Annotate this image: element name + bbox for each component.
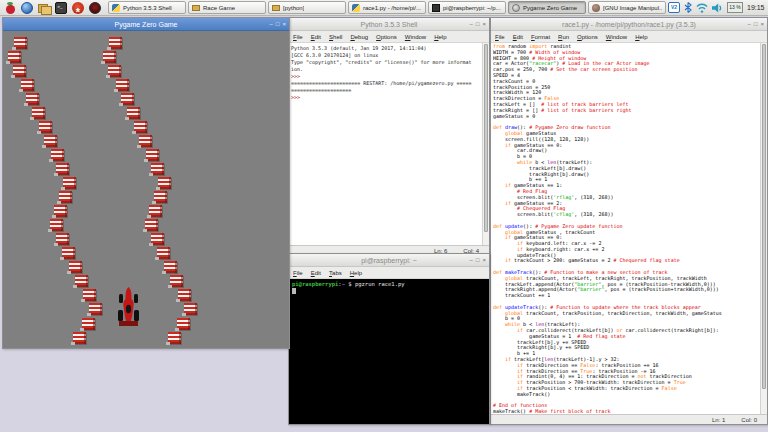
track-barrier-right: [157, 247, 170, 259]
menu-options[interactable]: Options: [376, 34, 397, 40]
clock[interactable]: 19:15: [747, 4, 765, 11]
track-barrier-right: [184, 303, 197, 315]
track-barrier-right: [170, 275, 183, 287]
track-barrier-right: [149, 205, 162, 217]
bluetooth-icon[interactable]: [684, 2, 692, 13]
scrollbar-thumb[interactable]: [762, 44, 766, 389]
taskbar-button-race-game[interactable]: Race Game: [188, 1, 266, 14]
track-barrier-left: [83, 289, 96, 301]
menu-help[interactable]: Help: [434, 34, 446, 40]
shell-window-titlebar[interactable]: Python 3.5.3 Shell – □ ×: [289, 18, 489, 31]
menu-format[interactable]: Format: [531, 34, 550, 40]
taskbar-button-gnu-image-manipul[interactable]: [GNU Image Manipul...: [588, 1, 666, 14]
shell-line: Type "copyright", "credits" or "license(…: [291, 59, 480, 66]
menu-help[interactable]: Help: [350, 270, 362, 276]
menu-window[interactable]: Window: [405, 34, 426, 40]
menu-file[interactable]: File: [293, 34, 303, 40]
terminal-window: pi@raspberrypi: ~ – □ × FileEditTabsHelp…: [288, 253, 490, 425]
cpu-monitor[interactable]: 13 %: [727, 2, 743, 13]
wifi-icon[interactable]: [696, 3, 708, 13]
track-barrier-right: [108, 65, 121, 77]
volume-icon[interactable]: [712, 3, 723, 13]
close-button[interactable]: ×: [482, 21, 486, 27]
terminal-launcher[interactable]: [54, 1, 68, 15]
taskbar: Python 3.5.3 ShellRace Game[python]race1…: [0, 0, 768, 16]
editor-scrollbar[interactable]: [760, 43, 767, 414]
maximize-button[interactable]: □: [276, 21, 280, 27]
taskbar-button-pygame-zero-game[interactable]: Pygame Zero Game: [508, 1, 586, 14]
taskbar-button-label: [python]: [283, 5, 304, 11]
game-window-title: Pygame Zero Game: [114, 21, 177, 28]
maximize-button[interactable]: □: [754, 21, 758, 27]
maximize-button[interactable]: □: [476, 21, 480, 27]
code-line: global trackCount, trackPosition, trackD…: [493, 311, 758, 317]
menu-file[interactable]: File: [495, 34, 505, 40]
menu-edit[interactable]: Edit: [311, 34, 321, 40]
menu-options[interactable]: Options: [577, 34, 598, 40]
scrollbar-thumb[interactable]: [484, 44, 488, 232]
terminal-console[interactable]: pi@raspberrypi:~ $ pgzrun race1.py: [289, 279, 489, 424]
menu-edit[interactable]: Edit: [311, 270, 321, 276]
wolfram-launcher[interactable]: [71, 1, 85, 15]
minimize-button[interactable]: –: [748, 21, 751, 27]
folder-icon: [272, 5, 280, 12]
close-button[interactable]: ×: [482, 257, 486, 263]
line-indicator: Ln: 1: [712, 417, 725, 423]
taskbar-button-python-3-5-3-shell[interactable]: Python 3.5.3 Shell: [108, 1, 186, 14]
taskbar-button-label: pi@raspberrypi: ~/p...: [443, 5, 501, 11]
close-button[interactable]: ×: [282, 21, 286, 27]
taskbar-button-race1-py-home-pi[interactable]: race1.py - /home/pi/...: [348, 1, 426, 14]
taskbar-button-label: Python 3.5.3 Shell: [123, 5, 172, 11]
file-manager-icon: [38, 2, 50, 14]
menu-file[interactable]: File: [293, 270, 303, 276]
track-barrier-right: [164, 261, 177, 273]
python-icon: [112, 4, 120, 12]
app-red-launcher[interactable]: [88, 1, 102, 15]
minimize-button[interactable]: –: [470, 21, 473, 27]
editor-window-titlebar[interactable]: race1.py - /home/pi/python/race1.py (3.5…: [491, 18, 767, 31]
menu-tabs[interactable]: Tabs: [329, 270, 342, 276]
minimize-button[interactable]: –: [470, 257, 473, 263]
terminal-command: pgzrun race1.py: [355, 281, 405, 287]
track-barrier-left: [14, 37, 27, 49]
track-barrier-right: [145, 219, 158, 231]
python-icon: [352, 4, 360, 12]
taskbar-button-pi-raspberrypi-p[interactable]: pi@raspberrypi: ~/p...: [428, 1, 506, 14]
track-barrier-right: [116, 79, 129, 91]
desktop: Python 3.5.3 ShellRace Game[python]race1…: [0, 0, 768, 432]
shell-console[interactable]: Python 3.5.3 (default, Jan 19 2017, 14:1…: [289, 43, 489, 245]
track-barrier-left: [13, 65, 26, 77]
web-browser-launcher[interactable]: [20, 1, 34, 15]
shell-line: ====================: [291, 87, 480, 94]
terminal-window-titlebar[interactable]: pi@raspberrypi: ~ – □ ×: [289, 254, 489, 267]
race-car: [117, 287, 140, 328]
editor-window-title: race1.py - /home/pi/python/race1.py (3.5…: [562, 21, 696, 28]
minimize-button[interactable]: –: [270, 21, 273, 27]
file-manager-launcher[interactable]: [37, 1, 51, 15]
menu-debug[interactable]: Debug: [350, 34, 368, 40]
menu-window[interactable]: Window: [606, 34, 627, 40]
menu-edit[interactable]: Edit: [513, 34, 523, 40]
column-indicator: Col: 0: [741, 417, 757, 423]
game-window-titlebar[interactable]: Pygame Zero Game – □ ×: [3, 18, 289, 31]
track-barrier-left: [63, 177, 76, 189]
prompt-symbol: $: [345, 281, 355, 287]
menu-help[interactable]: Help: [635, 34, 647, 40]
track-barrier-left: [89, 303, 102, 315]
maximize-button[interactable]: □: [476, 257, 480, 263]
shell-scrollbar[interactable]: [482, 43, 489, 245]
raspberry-menu-launcher[interactable]: [3, 1, 17, 15]
code-editor[interactable]: from random import randintWIDTH = 700 # …: [491, 43, 767, 414]
track-barrier-left: [62, 247, 75, 259]
menu-shell[interactable]: Shell: [329, 34, 342, 40]
app-red-icon: [89, 2, 101, 14]
menu-run[interactable]: Run: [558, 34, 569, 40]
track-barrier-right: [127, 107, 140, 119]
track-barrier-right: [103, 51, 116, 63]
shell-window-title: Python 3.5.3 Shell: [361, 21, 418, 28]
track-barrier-left: [44, 135, 57, 147]
track-barrier-right: [121, 93, 134, 105]
vnc-icon[interactable]: V2: [668, 2, 680, 13]
taskbar-button-python[interactable]: [python]: [268, 1, 346, 14]
close-button[interactable]: ×: [760, 21, 764, 27]
